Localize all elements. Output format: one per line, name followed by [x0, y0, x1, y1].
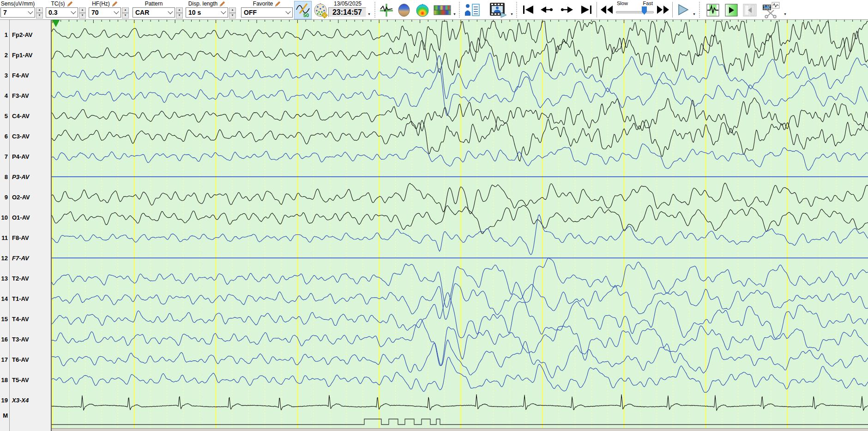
spike-detection-button[interactable] [378, 1, 395, 19]
eeg-viewer-window: Sens(uV/mm) 7 ▲ ▼ TC(s) 0.3 ▲ ▼ HF(Hz) 7… [0, 0, 868, 431]
channel-row-Fp2-AV[interactable]: 1Fp2-AV [0, 30, 50, 39]
channel-row-M[interactable]: M [0, 411, 50, 419]
dropdown-caret-icon[interactable]: ▼ [510, 12, 513, 16]
channel-number: 9 [0, 194, 8, 201]
video-review-button[interactable] [488, 1, 509, 19]
channel-row-F3-AV[interactable]: 4F3-AV [0, 91, 50, 100]
channel-label: T3-AV [12, 336, 29, 343]
hf-dropdown[interactable]: 70 [89, 7, 121, 18]
channel-label: T6-AV [12, 356, 29, 363]
eeg-wave-toggle-icon [706, 4, 719, 17]
dropdown-caret-icon[interactable]: ▼ [368, 12, 371, 16]
go-to-start-button[interactable] [520, 3, 536, 16]
channel-row-O2-AV[interactable]: 9O2-AV [0, 193, 50, 201]
channel-number: 8 [0, 174, 8, 180]
channel-label: Fp1-AV [12, 52, 33, 59]
step-back-icon [540, 5, 554, 14]
fast-forward-button[interactable] [655, 3, 671, 16]
trace-display[interactable] [52, 19, 868, 431]
step-forward-button[interactable] [559, 3, 575, 16]
dropdown-caret-icon[interactable]: ▼ [453, 12, 456, 16]
spectrogram-button[interactable] [432, 1, 452, 19]
chevron-down-icon [168, 9, 173, 14]
chevron-down-icon [114, 9, 119, 14]
slider-thumb[interactable] [642, 6, 647, 15]
channel-label: O2-AV [12, 194, 30, 201]
channel-row-X3-X4[interactable]: 19X3-X4 [0, 396, 50, 404]
channel-row-T2-AV[interactable]: 13T2-AV [0, 274, 50, 282]
channel-row-T1-AV[interactable]: 14T1-AV [0, 294, 50, 303]
go-to-end-button[interactable] [578, 3, 595, 16]
pattern-spinner: ▲ ▼ [176, 7, 183, 18]
spinner-up-button[interactable]: ▲ [176, 7, 183, 13]
channel-number: 14 [0, 295, 8, 302]
hf-label: HF(Hz) [89, 0, 121, 7]
favorite-dropdown[interactable]: OFF [241, 7, 293, 18]
channel-row-Fp1-AV[interactable]: 2Fp1-AV [0, 51, 50, 59]
channel-row-F4-AV[interactable]: 3F4-AV [0, 71, 50, 79]
topography-button[interactable] [414, 1, 431, 19]
spinner-up-button[interactable]: ▲ [36, 7, 43, 13]
channel-row-F7-AV[interactable]: 12F7-AV [0, 254, 50, 262]
voltage-map-button[interactable] [395, 1, 413, 19]
channel-row-O1-AV[interactable]: 10O1-AV [0, 213, 50, 221]
channel-label: F8-AV [12, 234, 29, 241]
tc-dropdown[interactable]: 0.3 [46, 7, 78, 18]
video-film-icon [489, 2, 507, 18]
channel-number: 13 [0, 275, 8, 282]
channel-row-T6-AV[interactable]: 17T6-AV [0, 355, 50, 364]
rewind-icon [600, 5, 614, 14]
edit-pencil-icon[interactable] [219, 1, 225, 7]
spinner-down-button[interactable]: ▼ [176, 13, 183, 18]
channel-label: C3-AV [12, 133, 30, 140]
dropdown-caret-icon[interactable]: ▼ [784, 12, 787, 16]
channel-number: 16 [0, 336, 8, 343]
edit-pencil-icon[interactable] [112, 1, 118, 7]
channel-row-T5-AV[interactable]: 18T5-AV [0, 376, 50, 384]
montage-settings-button[interactable] [312, 1, 329, 19]
channel-row-F8-AV[interactable]: 11F8-AV [0, 233, 50, 242]
channel-row-P3-AV[interactable]: 8P3-AV [0, 173, 50, 181]
channel-row-T3-AV[interactable]: 16T3-AV [0, 335, 50, 343]
step-back-button[interactable] [538, 3, 555, 16]
play-icon [677, 4, 689, 16]
dropdown-caret-icon[interactable]: ▼ [693, 12, 696, 16]
auto-advance-toggle-button[interactable] [723, 1, 740, 19]
channel-row-P4-AV[interactable]: 7P4-AV [0, 152, 50, 161]
page-back-button-disabled [741, 1, 758, 19]
spinner-down-button[interactable]: ▼ [36, 13, 43, 18]
spinner-up-button[interactable]: ▲ [79, 7, 86, 13]
patient-report-button[interactable] [463, 1, 482, 19]
speed-slider: Slow Fast [615, 0, 655, 18]
toolbar-separator [597, 2, 597, 18]
waveform-cross-icon [380, 3, 393, 17]
channel-number: 1 [0, 31, 8, 38]
channel-row-T4-AV[interactable]: 15T4-AV [0, 315, 50, 323]
display-length-dropdown[interactable]: 10 s [186, 7, 228, 18]
spinner-down-button[interactable]: ▼ [229, 13, 236, 18]
person-report-icon [464, 3, 480, 17]
video-cut-button[interactable] [760, 1, 783, 19]
fast-label: Fast [643, 0, 653, 6]
spinner-down-button[interactable]: ▼ [122, 13, 129, 18]
sens-spinner: ▲ ▼ [36, 7, 43, 18]
eeg-view-toggle-button[interactable] [705, 1, 721, 19]
channel-row-C3-AV[interactable]: 6C3-AV [0, 132, 50, 140]
channel-row-C4-AV[interactable]: 5C4-AV [0, 112, 50, 120]
channel-label: T5-AV [12, 377, 29, 383]
notch-filter-button[interactable]: 50 [294, 1, 312, 19]
play-button[interactable] [675, 3, 692, 16]
spinner-up-button[interactable]: ▲ [122, 7, 129, 13]
pattern-dropdown[interactable]: CAR [133, 7, 175, 18]
chevron-down-icon [28, 9, 33, 14]
channel-label: T1-AV [12, 295, 29, 302]
channel-number: 10 [0, 214, 8, 221]
edit-pencil-icon[interactable] [275, 1, 281, 7]
go-start-icon [522, 5, 534, 14]
spinner-up-button[interactable]: ▲ [229, 7, 236, 13]
slider-track[interactable] [616, 11, 654, 13]
sens-dropdown[interactable]: 7 [0, 7, 35, 18]
rewind-button[interactable] [598, 3, 615, 16]
edit-pencil-icon[interactable] [67, 1, 73, 7]
spinner-down-button[interactable]: ▼ [79, 13, 86, 18]
